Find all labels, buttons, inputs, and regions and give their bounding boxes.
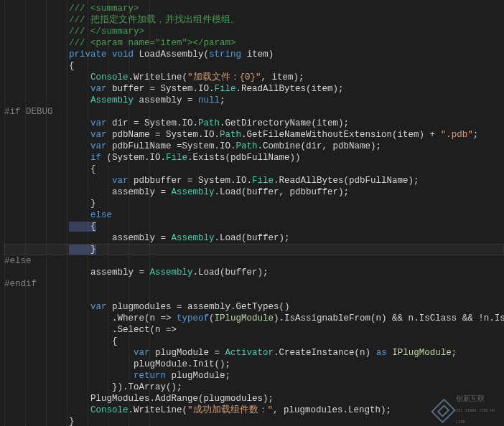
code-line[interactable]: var pdbbuffer = System.IO.File.ReadAllBy… xyxy=(4,175,504,186)
code-line[interactable]: #endif xyxy=(4,278,504,290)
code-line[interactable]: .Select(n => xyxy=(4,324,504,336)
code-line[interactable]: Console.WriteLine("加载文件：{0}", item); xyxy=(4,72,504,83)
code-line[interactable]: else xyxy=(4,209,504,221)
code-line[interactable]: var buffer = System.IO.File.ReadAllBytes… xyxy=(4,83,504,95)
code-line[interactable]: { xyxy=(4,60,504,72)
watermark-text: 创新互联 xyxy=(456,394,500,405)
code-line[interactable]: Console.WriteLine("成功加载组件数：", plugmodule… xyxy=(4,404,504,416)
code-line[interactable]: /// 把指定文件加载，并找出组件模组。 xyxy=(4,14,504,26)
code-line[interactable]: assembly = Assembly.Load(buffer); xyxy=(4,232,504,244)
code-line[interactable]: { xyxy=(4,221,504,232)
code-line[interactable]: } xyxy=(4,244,504,255)
code-line[interactable]: { xyxy=(4,336,504,347)
code-line[interactable]: assembly = Assembly.Load(buffer); xyxy=(4,267,504,278)
code-line[interactable]: if (System.IO.File.Exists(pdbFullName)) xyxy=(4,152,504,164)
code-line[interactable]: } xyxy=(4,198,504,209)
code-line[interactable]: var plugmodules = assembly.GetTypes() xyxy=(4,301,504,313)
code-line[interactable]: var pdbName = System.IO.Path.GetFileName… xyxy=(4,129,504,141)
watermark-logo: 创新互联 CHI XIANG JING HU LIAN xyxy=(435,400,500,422)
code-line[interactable]: private void LoadAssembly(string item) xyxy=(4,49,504,60)
code-line[interactable]: /// <param name="item"></param> xyxy=(4,37,504,49)
code-editor[interactable]: /// <summary> /// 把指定文件加载，并找出组件模组。 /// <… xyxy=(0,0,504,426)
code-line[interactable]: .Where(n => typeof(IPlugModule).IsAssign… xyxy=(4,313,504,324)
code-line[interactable]: Assembly assembly = null; xyxy=(4,95,504,106)
watermark-subtext: CHI XIANG JING HU LIAN xyxy=(456,405,500,426)
code-line[interactable]: { xyxy=(4,164,504,175)
code-line[interactable]: assembly = Assembly.Load(buffer, pdbbuff… xyxy=(4,186,504,198)
code-line[interactable]: return plugModule; xyxy=(4,370,504,382)
code-line[interactable] xyxy=(4,290,504,301)
code-line[interactable]: } xyxy=(4,416,504,426)
code-line[interactable]: #else xyxy=(4,255,504,267)
logo-icon xyxy=(431,399,456,424)
code-line[interactable]: var dir = System.IO.Path.GetDirectoryNam… xyxy=(4,118,504,129)
code-line[interactable]: PlugModules.AddRange(plugmodules); xyxy=(4,393,504,404)
code-line[interactable]: plugModule.Init(); xyxy=(4,359,504,370)
code-line[interactable]: #if DEBUG xyxy=(4,106,504,118)
code-line[interactable]: var plugModule = Activator.CreateInstanc… xyxy=(4,347,504,359)
code-line[interactable]: /// </summary> xyxy=(4,26,504,37)
code-line[interactable]: }).ToArray(); xyxy=(4,382,504,393)
code-line[interactable]: var pdbFullName =System.IO.Path.Combine(… xyxy=(4,141,504,152)
code-line[interactable]: /// <summary> xyxy=(4,3,504,14)
